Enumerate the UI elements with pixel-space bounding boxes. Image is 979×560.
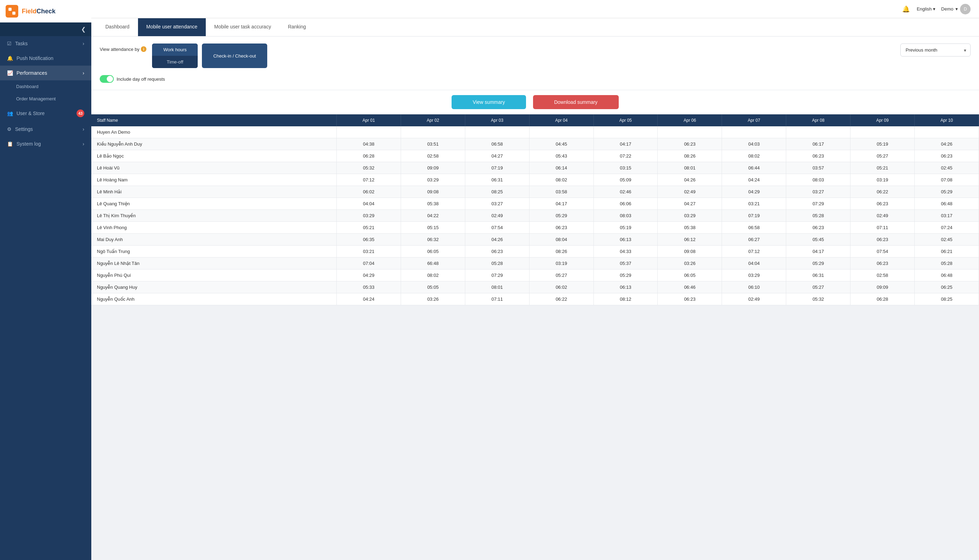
staff-name-cell: Lê Vinh Phong (91, 222, 337, 234)
time-cell: 08:25 (465, 186, 529, 198)
time-cell: 05:27 (786, 282, 850, 293)
period-select[interactable]: Previous monthThis monthLast 3 monthsCus… (900, 43, 971, 57)
tab-mobile-user-task-accuracy[interactable]: Mobile user task accuracy (206, 18, 279, 36)
staff-name-cell: Nguyễn Quốc Anh (91, 293, 337, 305)
time-cell: 06:05 (658, 270, 722, 282)
staff-name-cell: Nguyễn Phú Quí (91, 270, 337, 282)
table-row: Lê Quang Thiện04:0405:3803:2704:1706:060… (91, 198, 979, 210)
time-cell: 07:11 (465, 293, 529, 305)
sidebar-item-settings[interactable]: ⚙ Settings › (0, 122, 91, 137)
sidebar-item-label: Settings (15, 126, 33, 132)
view-summary-button[interactable]: View summary (451, 95, 526, 109)
time-cell: 05:33 (337, 282, 401, 293)
time-cell: 06:23 (914, 150, 979, 162)
time-cell: 04:45 (529, 138, 593, 150)
sidebar-item-tasks[interactable]: ☑ Tasks › (0, 36, 91, 51)
chevron-right-icon: › (82, 126, 84, 132)
time-cell: 04:27 (465, 150, 529, 162)
time-cell: 05:38 (658, 222, 722, 234)
time-cell: 08:25 (914, 293, 979, 305)
time-cell: 04:26 (658, 174, 722, 186)
attendance-by-section: View attendance by i Work hours Time-off… (100, 43, 267, 68)
time-cell: 07:19 (465, 162, 529, 174)
time-cell: 02:58 (401, 150, 465, 162)
time-cell: 02:58 (850, 270, 915, 282)
language-selector[interactable]: English ▾ (917, 6, 936, 12)
time-cell: 03:29 (658, 210, 722, 222)
column-date-apr-07: Apr 07 (722, 114, 786, 126)
day-off-toggle-switch[interactable] (100, 75, 114, 83)
time-cell: 04:26 (914, 138, 979, 150)
time-cell: 08:02 (401, 270, 465, 282)
time-cell: 07:24 (914, 222, 979, 234)
attendance-by-label: View attendance by i (100, 43, 147, 52)
time-cell: 03:29 (401, 174, 465, 186)
staff-name-cell: Lê Hoài Vũ (91, 162, 337, 174)
time-cell: 06:10 (722, 282, 786, 293)
period-selector-wrapper: Previous monthThis monthLast 3 monthsCus… (900, 43, 971, 57)
time-cell: 08:02 (529, 174, 593, 186)
time-cell: 02:46 (593, 186, 658, 198)
time-cell: 06:35 (337, 234, 401, 246)
time-cell: 05:28 (914, 258, 979, 270)
tasks-icon: ☑ (7, 41, 12, 46)
sidebar-item-push-notification[interactable]: 🔔 Push Notification (0, 51, 91, 66)
download-summary-button[interactable]: Download summary (533, 95, 619, 109)
column-date-apr-05: Apr 05 (593, 114, 658, 126)
work-hours-button[interactable]: Work hours (152, 43, 198, 56)
checkin-checkout-button[interactable]: Check-in / Check-out (202, 43, 267, 68)
include-day-off-toggle: Include day off requests (100, 75, 267, 83)
time-cell (658, 126, 722, 138)
time-cell: 08:03 (593, 210, 658, 222)
time-cell: 06:23 (465, 246, 529, 258)
sidebar-sub-item-order-management[interactable]: Order Management (0, 93, 91, 105)
time-cell: 05:32 (337, 162, 401, 174)
sidebar-collapse-button[interactable]: ❮ (0, 22, 91, 36)
time-cell: 06:46 (658, 282, 722, 293)
time-cell: 06:31 (786, 270, 850, 282)
time-cell: 07:29 (465, 270, 529, 282)
notification-bell-button[interactable]: 🔔 (901, 4, 911, 14)
tab-dashboard[interactable]: Dashboard (97, 18, 138, 36)
time-cell: 03:58 (529, 186, 593, 198)
time-cell: 06:23 (786, 150, 850, 162)
sidebar-sub-item-dashboard[interactable]: Dashboard (0, 80, 91, 93)
time-off-button[interactable]: Time-off (152, 56, 198, 68)
staff-name-cell: Lê Minh Hải (91, 186, 337, 198)
time-cell: 06:12 (658, 234, 722, 246)
sidebar-item-user-store[interactable]: 👥 User & Store 43 (0, 105, 91, 122)
time-cell: 05:29 (914, 186, 979, 198)
staff-name-cell: Nguyễn Lê Nhật Tân (91, 258, 337, 270)
avatar: D (960, 4, 971, 14)
time-cell: 06:14 (529, 162, 593, 174)
time-cell (401, 126, 465, 138)
user-name: Demo (941, 6, 953, 12)
time-cell (593, 126, 658, 138)
time-cell: 07:12 (337, 174, 401, 186)
day-off-toggle-label: Include day off requests (117, 77, 165, 82)
sidebar-item-performances[interactable]: 📈 Performances › (0, 66, 91, 80)
summary-buttons-area: View summary Download summary (91, 90, 979, 114)
time-cell (465, 126, 529, 138)
time-cell: 03:17 (914, 210, 979, 222)
user-menu[interactable]: Demo ▾ D (941, 4, 971, 14)
table-row: Lê Thị Kim Thuyền03:2904:2202:4905:2908:… (91, 210, 979, 222)
time-cell: 08:02 (722, 150, 786, 162)
time-cell: 03:21 (722, 198, 786, 210)
time-cell: 04:17 (529, 198, 593, 210)
svg-rect-0 (8, 8, 12, 11)
performances-icon: 📈 (7, 70, 13, 76)
time-cell: 06:02 (529, 282, 593, 293)
system-log-icon: 📋 (7, 141, 13, 147)
time-cell: 04:04 (337, 198, 401, 210)
tab-ranking[interactable]: Ranking (279, 18, 314, 36)
staff-name-cell: Ngô Tuấn Trung (91, 246, 337, 258)
time-cell: 04:24 (722, 174, 786, 186)
sidebar-item-system-log[interactable]: 📋 System log › (0, 137, 91, 151)
svg-rect-2 (8, 12, 12, 15)
tab-mobile-user-attendance[interactable]: Mobile user attendance (138, 18, 206, 36)
page-content: Dashboard Mobile user attendance Mobile … (91, 18, 979, 560)
column-date-apr-03: Apr 03 (465, 114, 529, 126)
time-cell: 03:21 (337, 246, 401, 258)
staff-name-cell: Lê Hoàng Nam (91, 174, 337, 186)
